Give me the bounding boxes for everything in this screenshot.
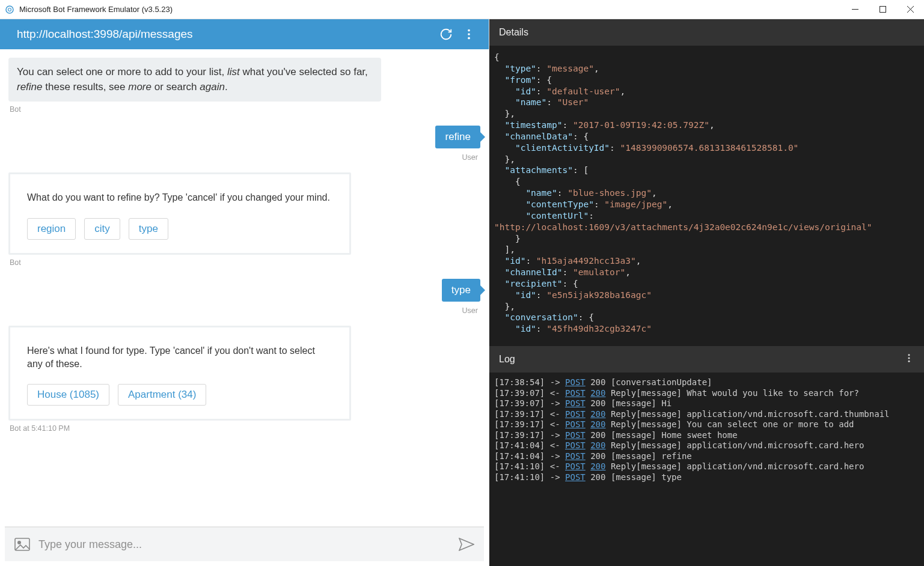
app-icon xyxy=(5,5,14,14)
log-row[interactable]: [17:39:17] -> POST 200 [message] Home sw… xyxy=(494,430,924,441)
log-row[interactable]: [17:39:07] -> POST 200 [message] Hi xyxy=(494,398,924,409)
sender-label: User xyxy=(8,306,478,315)
log-title: Log xyxy=(499,354,515,365)
card-action-city[interactable]: city xyxy=(84,218,120,240)
log-view[interactable]: [17:38:54] -> POST 200 [conversationUpda… xyxy=(489,373,924,566)
card-action-type[interactable]: type xyxy=(129,218,168,240)
user-message[interactable]: refine xyxy=(435,126,480,148)
log-row[interactable]: [17:41:04] -> POST 200 [message] refine xyxy=(494,451,924,462)
log-row[interactable]: [17:41:04] <- POST 200 Reply[message] ap… xyxy=(494,440,924,451)
card-text: Here's what I found for type. Type 'canc… xyxy=(27,344,332,371)
more-menu-button[interactable] xyxy=(460,25,478,43)
svg-marker-11 xyxy=(459,538,474,550)
sender-label-with-time: Bot at 5:41:10 PM xyxy=(10,424,480,433)
window-title: Microsoft Bot Framework Emulator (v3.5.2… xyxy=(19,5,841,14)
log-row[interactable]: [17:38:54] -> POST 200 [conversationUpda… xyxy=(494,377,924,388)
bot-message-em: list xyxy=(227,66,240,78)
chat-log: You can select one or more to add to you… xyxy=(0,49,489,522)
svg-point-6 xyxy=(468,29,470,32)
card-action-region[interactable]: region xyxy=(27,218,76,240)
hero-card: Here's what I found for type. Type 'canc… xyxy=(8,326,351,421)
sender-label: Bot xyxy=(10,105,480,114)
svg-point-1 xyxy=(8,8,11,11)
svg-point-14 xyxy=(908,361,910,362)
titlebar: Microsoft Bot Framework Emulator (v3.5.2… xyxy=(0,0,924,19)
svg-point-10 xyxy=(18,541,20,544)
log-row[interactable]: [17:41:10] -> POST 200 [message] type xyxy=(494,472,924,483)
svg-point-0 xyxy=(6,6,13,13)
bot-message-text: You can select one or more to add to you… xyxy=(17,66,227,78)
svg-rect-3 xyxy=(880,7,886,13)
user-message[interactable]: type xyxy=(442,279,480,302)
log-row[interactable]: [17:39:07] <- POST 200 Reply[message] Wh… xyxy=(494,388,924,399)
svg-point-12 xyxy=(908,354,910,356)
log-header: Log xyxy=(489,346,924,373)
svg-point-13 xyxy=(908,358,910,359)
details-json-view[interactable]: { "type": "message", "from": { "id": "de… xyxy=(489,46,924,346)
refresh-button[interactable] xyxy=(437,25,455,43)
log-row[interactable]: [17:39:17] <- POST 200 Reply[message] ap… xyxy=(494,409,924,420)
details-header: Details xyxy=(489,19,924,46)
message-input-bar xyxy=(5,526,484,561)
endpoint-url: http://localhost:3998/api/messages xyxy=(11,28,432,41)
log-row[interactable]: [17:41:10] <- POST 200 Reply[message] ap… xyxy=(494,461,924,472)
svg-point-7 xyxy=(468,33,470,35)
chat-pane: http://localhost:3998/api/messages You c… xyxy=(0,19,489,566)
message-input[interactable] xyxy=(38,538,459,551)
details-title: Details xyxy=(499,27,528,38)
window-close-button[interactable] xyxy=(896,0,924,19)
bot-message: You can select one or more to add to you… xyxy=(8,58,381,102)
card-action-apartment[interactable]: Apartment (34) xyxy=(118,384,206,406)
sender-label: Bot xyxy=(10,258,480,267)
attach-image-icon[interactable] xyxy=(14,538,30,551)
card-text: What do you want to refine by? Type 'can… xyxy=(27,191,332,204)
log-menu-button[interactable] xyxy=(904,353,914,366)
window-minimize-button[interactable] xyxy=(841,0,869,19)
window-maximize-button[interactable] xyxy=(869,0,896,19)
inspector-pane: Details { "type": "message", "from": { "… xyxy=(489,19,924,566)
address-bar: http://localhost:3998/api/messages xyxy=(0,19,489,49)
log-row[interactable]: [17:39:17] <- POST 200 Reply[message] Yo… xyxy=(494,419,924,430)
svg-point-8 xyxy=(468,37,470,40)
sender-label: User xyxy=(8,153,478,162)
card-action-house[interactable]: House (1085) xyxy=(27,384,109,406)
send-button[interactable] xyxy=(459,538,474,551)
hero-card: What do you want to refine by? Type 'can… xyxy=(8,172,351,254)
